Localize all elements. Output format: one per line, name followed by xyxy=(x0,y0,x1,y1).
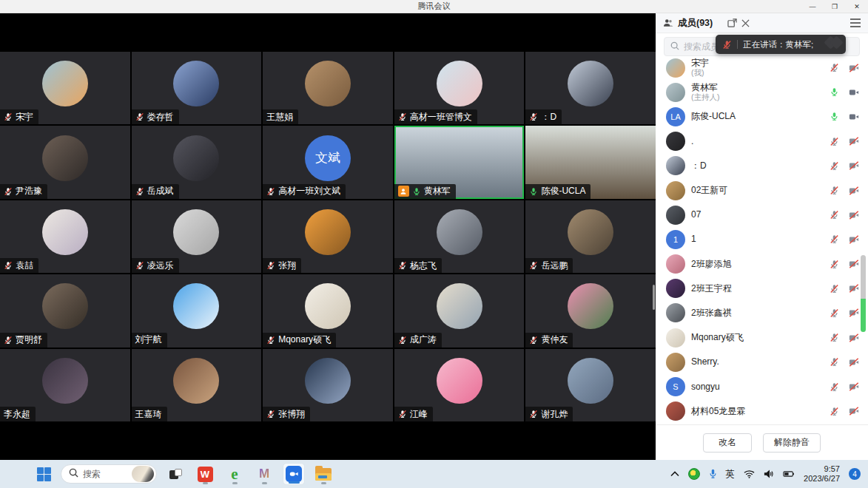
mic-on-icon[interactable] xyxy=(830,87,839,97)
popout-panel-icon[interactable] xyxy=(727,18,737,27)
camera-on-icon[interactable] xyxy=(849,112,859,122)
close-button[interactable]: ✕ xyxy=(846,0,868,13)
camera-off-icon[interactable] xyxy=(849,333,859,343)
browser-app-button[interactable]: e xyxy=(223,463,246,485)
taskbar-search-input[interactable] xyxy=(83,469,127,479)
camera-off-icon[interactable] xyxy=(849,234,859,245)
member-row[interactable]: 2班王宇程 xyxy=(656,277,868,301)
member-row[interactable]: 宋宇(我) xyxy=(656,55,868,80)
muted-mic-icon[interactable] xyxy=(830,63,839,72)
microphone-tray-icon[interactable] xyxy=(709,469,717,479)
video-tile[interactable]: 黄林军 xyxy=(394,126,525,198)
member-row[interactable]: 11 xyxy=(656,227,868,251)
muted-mic-icon[interactable] xyxy=(830,234,839,244)
member-row[interactable]: Mqonary硕飞 xyxy=(656,325,868,350)
video-tile[interactable]: 岳成斌 xyxy=(132,126,262,198)
member-row[interactable]: 02王新可 xyxy=(656,178,868,203)
video-tile[interactable]: 袁喆 xyxy=(0,200,130,273)
member-row[interactable]: Sherry. xyxy=(656,350,868,374)
video-tile[interactable]: 谢孔烨 xyxy=(525,349,656,421)
camera-off-icon[interactable] xyxy=(849,259,859,269)
clock[interactable]: 9:57 2023/6/27 xyxy=(804,464,840,484)
muted-mic-icon[interactable] xyxy=(830,407,839,416)
camera-off-icon[interactable] xyxy=(849,283,859,294)
grid-scrollbar[interactable] xyxy=(653,285,655,310)
video-tile[interactable]: 贾明舒 xyxy=(0,274,130,347)
muted-mic-icon[interactable] xyxy=(830,260,839,269)
video-tile[interactable]: 李永超 xyxy=(0,349,130,421)
minimize-button[interactable]: — xyxy=(801,0,824,13)
close-panel-icon[interactable] xyxy=(741,19,750,27)
member-row[interactable]: ：D xyxy=(656,154,868,178)
video-tile[interactable]: 黄仲友 xyxy=(525,274,656,347)
file-explorer-button[interactable] xyxy=(312,463,334,485)
video-tile[interactable]: 尹浩豫 xyxy=(0,126,130,198)
video-tile[interactable]: 王嘉琦 xyxy=(132,349,262,421)
member-row[interactable]: 材料05龙昱霖 xyxy=(656,399,868,424)
muted-mic-icon[interactable] xyxy=(830,161,839,171)
video-tile[interactable]: 凌远乐 xyxy=(132,200,262,273)
start-button[interactable] xyxy=(34,464,53,484)
video-tile[interactable]: Mqonary硕飞 xyxy=(263,274,393,347)
muted-mic-icon[interactable] xyxy=(830,333,839,342)
menu-icon[interactable] xyxy=(850,18,861,27)
muted-mic-icon[interactable] xyxy=(830,210,839,220)
video-tile[interactable]: 江峰 xyxy=(394,349,525,421)
member-row[interactable]: 2班张鑫祺 xyxy=(656,301,868,325)
input-method-indicator[interactable]: 英 xyxy=(726,468,736,481)
video-tile[interactable]: 张翔 xyxy=(263,200,393,273)
muted-mic-icon[interactable] xyxy=(830,186,839,195)
search-highlight-image[interactable] xyxy=(132,466,154,482)
camera-off-icon[interactable] xyxy=(849,63,859,73)
muted-mic-icon[interactable] xyxy=(830,382,839,392)
video-tile[interactable]: 陈俊-UCLA xyxy=(525,126,656,198)
video-tile[interactable]: 娄存哲 xyxy=(132,52,262,124)
member-row[interactable]: LA陈俊-UCLA xyxy=(656,104,868,129)
video-tile[interactable]: 刘宇航 xyxy=(132,274,262,347)
tencent-meeting-app-button[interactable] xyxy=(283,463,305,485)
maximize-button[interactable]: ❐ xyxy=(824,0,846,13)
camera-off-icon[interactable] xyxy=(849,357,859,367)
member-row[interactable]: 2班廖添旭 xyxy=(656,252,868,277)
video-tile[interactable]: 杨志飞 xyxy=(394,200,525,273)
m-app-button[interactable]: M xyxy=(253,463,275,485)
member-row[interactable]: . xyxy=(656,129,868,154)
video-tile[interactable]: 王慧娟 xyxy=(263,52,393,124)
wps-app-button[interactable]: W xyxy=(194,463,216,485)
camera-off-icon[interactable] xyxy=(849,210,859,220)
camera-off-icon[interactable] xyxy=(849,136,859,146)
volume-icon[interactable] xyxy=(764,470,774,478)
tray-expand-icon[interactable] xyxy=(670,471,679,477)
video-tile[interactable]: 高材一班管博文 xyxy=(394,52,525,124)
camera-off-icon[interactable] xyxy=(849,308,859,318)
rename-button[interactable]: 改名 xyxy=(703,433,752,453)
camera-off-icon[interactable] xyxy=(849,382,859,392)
muted-mic-icon[interactable] xyxy=(830,137,839,146)
member-av-status xyxy=(830,259,859,269)
camera-off-icon[interactable] xyxy=(849,186,859,196)
video-tile[interactable]: 张博翔 xyxy=(263,349,393,421)
muted-mic-icon[interactable] xyxy=(830,357,839,367)
taskbar-search-box[interactable] xyxy=(61,464,157,484)
video-tile[interactable]: 宋宇 xyxy=(0,52,130,124)
video-tile[interactable]: 成广涛 xyxy=(394,274,525,347)
video-tile[interactable]: ：D xyxy=(525,52,656,124)
camera-on-icon[interactable] xyxy=(849,87,859,98)
task-view-button[interactable] xyxy=(164,463,186,485)
member-row[interactable]: 07 xyxy=(656,203,868,227)
mic-on-icon[interactable] xyxy=(830,112,839,121)
antivirus-tray-icon[interactable] xyxy=(688,468,700,480)
muted-mic-icon[interactable] xyxy=(830,284,839,294)
unmute-button[interactable]: 解除静音 xyxy=(763,433,821,453)
member-row[interactable]: Ssongyu xyxy=(656,374,868,399)
battery-icon[interactable] xyxy=(783,470,795,478)
member-list-scrollbar[interactable] xyxy=(861,255,866,332)
muted-mic-icon[interactable] xyxy=(830,308,839,318)
camera-off-icon[interactable] xyxy=(849,160,859,171)
notification-badge[interactable]: 4 xyxy=(849,468,861,480)
video-tile[interactable]: 文斌高材一班刘文斌 xyxy=(263,126,393,198)
wifi-icon[interactable] xyxy=(744,470,755,478)
video-tile[interactable]: 岳远鹏 xyxy=(525,200,656,273)
camera-off-icon[interactable] xyxy=(849,406,859,416)
member-row[interactable]: 黄林军(主持人) xyxy=(656,80,868,104)
